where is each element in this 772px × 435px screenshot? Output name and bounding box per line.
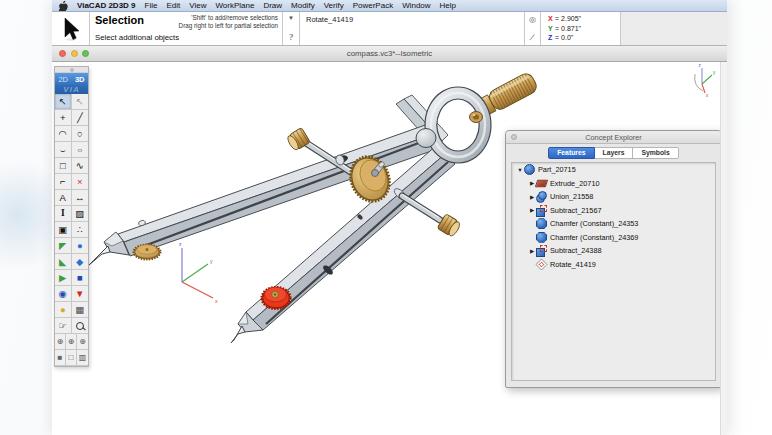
menu-window[interactable]: Window <box>402 1 430 10</box>
tree-item-rotate[interactable]: Rotate_41419 <box>512 258 715 272</box>
view-front-icon: ⊕ <box>68 338 75 346</box>
tab-features[interactable]: Features <box>548 147 594 159</box>
tool-layout-button[interactable]: ▦ <box>72 302 89 318</box>
filter-icon[interactable]: ▼ <box>288 15 294 21</box>
canvas-scrollbar[interactable] <box>720 62 727 435</box>
rotate-icon <box>535 258 547 270</box>
palette-watermark: VIA <box>55 86 88 94</box>
axis-x-label: x <box>215 298 218 304</box>
menu-file[interactable]: File <box>145 1 158 10</box>
expander-icon[interactable]: ▶ <box>528 194 536 200</box>
menu-app-name[interactable]: ViaCAD 2D3D 9 <box>77 1 136 10</box>
tool-dimension-button[interactable]: ↔ <box>72 190 89 206</box>
tool-text-button[interactable]: A <box>55 190 72 206</box>
compass-pivot[interactable] <box>416 129 436 148</box>
tool-rectangle-button[interactable]: □ <box>55 158 72 174</box>
coord-x-value[interactable]: 2.905" <box>561 15 581 22</box>
coord-x-label: X <box>548 14 555 24</box>
tool-point-button[interactable]: + <box>55 110 72 126</box>
tool-construction-line-button[interactable]: I <box>55 206 72 222</box>
compass-left-needle[interactable] <box>89 246 110 265</box>
tree-item-union[interactable]: ▶ Union_21558 <box>512 190 715 204</box>
selection-name-field[interactable]: Rotate_41419 <box>300 12 525 45</box>
tool-boolean-button[interactable]: ◉ <box>55 286 72 302</box>
tree-item-subtract-2[interactable]: ▶ Subtract_24388 <box>512 244 715 258</box>
tool-transform-button[interactable]: ▣ <box>55 222 72 238</box>
compass-right-needle[interactable] <box>231 326 245 343</box>
tool-points-button[interactable]: ∴ <box>72 222 89 238</box>
tool-render-button[interactable]: ● <box>55 302 72 318</box>
menu-verify[interactable]: Verify <box>324 1 344 10</box>
menu-workplane[interactable]: WorkPlane <box>215 1 254 10</box>
hidden-line-view-button[interactable]: ▥ <box>77 350 88 366</box>
document-title-bar[interactable]: compass.vc3*--Isometric <box>52 46 727 62</box>
compass-right-rod[interactable] <box>402 195 462 238</box>
tool-pan-button[interactable]: ☞ <box>55 318 72 334</box>
snap-circle-icon[interactable]: ◎ <box>529 15 536 24</box>
tool-zoom-button[interactable] <box>72 318 89 334</box>
tool-trim-button[interactable]: × <box>72 174 89 190</box>
selected-rotate-wheel[interactable] <box>262 287 291 309</box>
apple-menu-icon[interactable] <box>59 0 68 11</box>
shaded-view-button[interactable]: ■ <box>55 350 66 366</box>
tool-solid-sphere-button[interactable]: ● <box>72 238 89 254</box>
tree-label: Subtract_24388 <box>550 246 602 255</box>
tool-push-pull-button[interactable]: ▼ <box>72 286 89 302</box>
menu-draw[interactable]: Draw <box>263 1 282 10</box>
tool-surface-edit-button[interactable]: ◣ <box>55 254 72 270</box>
tree-item-part[interactable]: ▼ Part_20715 <box>512 163 715 177</box>
view-front-button[interactable]: ⊕ <box>66 334 77 350</box>
tool-ellipse-button[interactable]: ○ <box>72 142 89 158</box>
tool-surface-tools-button[interactable]: ▶ <box>55 270 72 286</box>
menu-help[interactable]: Help <box>440 1 456 10</box>
tool-curve-button[interactable]: ⌣ <box>55 142 72 158</box>
expander-icon[interactable]: ▶ <box>528 207 536 213</box>
coord-y-value[interactable]: 0.871" <box>561 25 581 32</box>
help-icon[interactable]: ? <box>289 32 293 42</box>
tab-3d[interactable]: 3D <box>75 75 85 84</box>
tool-surface-button[interactable]: ◤ <box>55 238 72 254</box>
view-top-button[interactable]: ⊕ <box>77 334 88 350</box>
menu-view[interactable]: View <box>189 1 206 10</box>
menu-powerpack[interactable]: PowerPack <box>353 1 393 10</box>
drawing-canvas[interactable]: z y x z y x 2D 3D VIA <box>52 62 727 435</box>
expander-icon[interactable]: ▼ <box>516 167 524 173</box>
coord-z-row: Z= 0.0" <box>548 33 620 43</box>
select-icon: ↖ <box>59 97 67 107</box>
view-axis-indicator[interactable]: z y x <box>695 63 716 98</box>
tab-2d[interactable]: 2D <box>58 75 68 84</box>
tool-circle-button[interactable]: ○ <box>72 126 89 142</box>
tool-spline-button[interactable]: ∿ <box>72 158 89 174</box>
layout-grid-icon: ▦ <box>75 305 84 315</box>
tree-label: Subtract_21567 <box>550 206 602 215</box>
tool-arc-button[interactable]: ◠ <box>55 126 72 142</box>
tab-symbols[interactable]: Symbols <box>633 147 678 159</box>
coord-z-value[interactable]: 0.0" <box>561 34 573 41</box>
explorer-title-bar[interactable]: Concept Explorer <box>506 131 721 144</box>
points-icon: ∴ <box>77 225 83 235</box>
hidden-line-view-icon: ▥ <box>79 354 87 362</box>
coord-y-row: Y= 0.871" <box>548 24 620 34</box>
tool-hatch-button[interactable]: ▨ <box>72 206 89 222</box>
view-iso-button[interactable]: ⊕ <box>55 334 66 350</box>
explorer-close-icon[interactable] <box>511 134 517 140</box>
tool-select-alt-button[interactable]: ↖ <box>72 94 89 110</box>
tool-fillet-button[interactable]: ⌐ <box>55 174 72 190</box>
expander-icon[interactable]: ▶ <box>528 248 536 254</box>
menu-edit[interactable]: Edit <box>166 1 180 10</box>
tool-line-button[interactable]: ╱ <box>72 110 89 126</box>
wireframe-view-button[interactable]: □ <box>66 350 77 366</box>
tree-item-extrude[interactable]: ▶ Extrude_20710 <box>512 177 715 191</box>
tree-item-subtract-1[interactable]: ▶ Subtract_21567 <box>512 204 715 218</box>
tree-item-chamfer-2[interactable]: Chamfer (Constant)_24369 <box>512 231 715 245</box>
explorer-title: Concept Explorer <box>585 133 641 142</box>
tab-layers[interactable]: Layers <box>595 147 634 159</box>
tool-select-button[interactable]: ↖ <box>55 94 72 110</box>
menu-modify[interactable]: Modify <box>291 1 315 10</box>
compass-hinge-ring[interactable] <box>425 87 491 163</box>
tool-solid-cube-button[interactable]: ■ <box>72 270 89 286</box>
tree-item-chamfer-1[interactable]: Chamfer (Constant)_24353 <box>512 217 715 231</box>
snap-slash-icon[interactable]: ∕ <box>532 33 533 42</box>
compass-brass-wheel[interactable] <box>134 245 161 260</box>
tool-solid-edit-button[interactable]: ◆ <box>72 254 89 270</box>
